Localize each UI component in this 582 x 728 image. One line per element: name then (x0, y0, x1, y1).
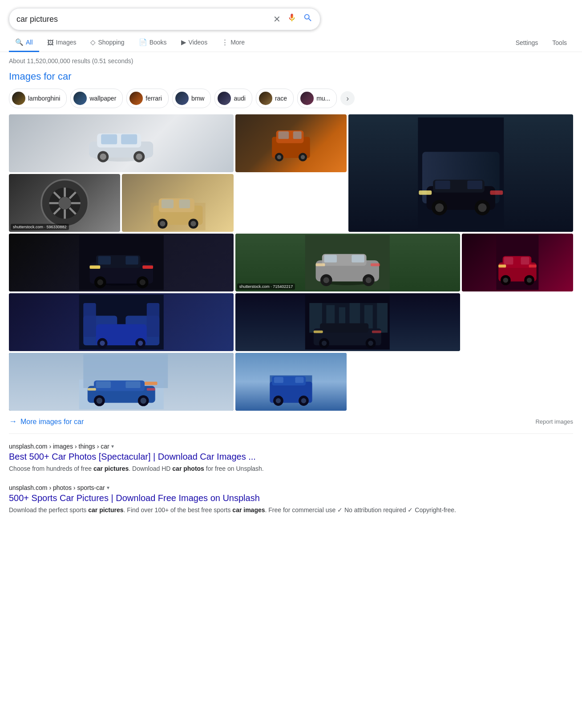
svg-rect-114 (96, 381, 110, 388)
svg-point-81 (527, 278, 532, 283)
svg-rect-4 (121, 134, 137, 144)
svg-point-79 (503, 278, 508, 283)
car-image-4[interactable]: shutterstock.com · 596330882 (9, 174, 120, 232)
svg-point-46 (160, 221, 165, 226)
section-divider (9, 433, 573, 434)
svg-rect-120 (87, 388, 96, 391)
search-bar-container: car pictures ✕ (0, 0, 582, 30)
svg-rect-77 (521, 257, 529, 265)
svg-rect-27 (419, 190, 432, 195)
svg-point-117 (96, 398, 102, 404)
svg-rect-121 (146, 388, 155, 391)
result-2-dropdown-icon[interactable]: ▾ (107, 485, 109, 491)
car-image-3[interactable] (348, 114, 573, 232)
svg-point-31 (58, 197, 71, 209)
svg-rect-60 (142, 266, 153, 269)
svg-rect-28 (490, 190, 503, 195)
svg-rect-72 (371, 263, 380, 267)
svg-point-68 (323, 277, 329, 283)
shopping-tab-icon: ◇ (90, 38, 96, 46)
result-1-dropdown-icon[interactable]: ▾ (111, 443, 114, 449)
microphone-icon[interactable] (287, 13, 297, 25)
svg-rect-22 (467, 180, 482, 189)
svg-rect-65 (324, 255, 337, 263)
chip-audi-avatar (218, 92, 231, 105)
result-2-title[interactable]: 500+ Sports Car Pictures | Download Free… (9, 492, 573, 504)
chip-race-label: race (275, 95, 287, 102)
svg-rect-54 (125, 256, 138, 265)
tab-more[interactable]: ⋮ More (215, 34, 251, 52)
chip-race[interactable]: race (256, 89, 294, 108)
car-image-11[interactable] (9, 353, 234, 411)
chip-wallpaper-label: wallpaper (89, 95, 116, 102)
svg-rect-83 (529, 265, 536, 268)
search-results: unsplash.com › images › things › car ▾ B… (0, 443, 582, 515)
result-2-url: unsplash.com › photos › sports-car ▾ (9, 484, 573, 491)
svg-rect-59 (89, 266, 100, 269)
svg-rect-126 (274, 377, 283, 383)
car-image-5[interactable] (122, 174, 233, 232)
report-images-link[interactable]: Report images (535, 418, 573, 425)
svg-point-24 (435, 203, 444, 212)
tools-tab[interactable]: Tools (546, 35, 573, 51)
chip-mu[interactable]: mu... (297, 89, 337, 108)
videos-tab-icon: ▶ (181, 38, 186, 46)
svg-point-91 (100, 341, 105, 346)
svg-point-12 (277, 155, 282, 160)
svg-point-129 (276, 398, 281, 403)
search-input[interactable]: car pictures (16, 15, 273, 24)
chip-wallpaper[interactable]: wallpaper (70, 89, 123, 108)
result-1-path: › images › things › car (49, 443, 109, 450)
chips-next-button[interactable]: › (340, 91, 355, 105)
settings-tab[interactable]: Settings (509, 35, 545, 51)
svg-point-48 (190, 221, 196, 226)
search-result-2: unsplash.com › photos › sports-car ▾ 500… (9, 484, 573, 515)
car-image-10[interactable] (235, 293, 460, 351)
chip-ferrari-avatar (129, 92, 143, 105)
car-image-7[interactable]: shutterstock.com · 715402217 (235, 234, 460, 291)
image-grid: shutterstock.com · 596330882 (9, 114, 573, 411)
svg-rect-66 (352, 255, 365, 263)
car-image-8[interactable] (462, 234, 573, 291)
chip-audi[interactable]: audi (214, 89, 252, 108)
chip-lamborghini[interactable]: lamborghini (9, 89, 67, 108)
tab-shopping[interactable]: ◇ Shopping (84, 34, 130, 52)
svg-rect-101 (377, 303, 388, 333)
car-image-2[interactable] (235, 114, 347, 172)
svg-rect-127 (295, 377, 303, 383)
tab-all[interactable]: 🔍 All (9, 34, 39, 52)
svg-rect-86 (83, 303, 96, 337)
chip-bmw[interactable]: bmw (172, 89, 211, 108)
tab-books[interactable]: 📄 Books (133, 34, 173, 52)
svg-rect-16 (293, 131, 302, 139)
tab-videos[interactable]: ▶ Videos (175, 34, 214, 52)
svg-rect-122 (145, 382, 158, 385)
chip-mu-avatar (300, 92, 314, 105)
svg-rect-15 (278, 131, 289, 139)
car-image-6[interactable] (9, 234, 234, 291)
result-2-snippet: Download the perfect sports car pictures… (9, 506, 573, 515)
result-1-url: unsplash.com › images › things › car ▾ (9, 443, 573, 450)
tab-images[interactable]: 🖼 Images (41, 34, 83, 52)
tab-all-label: All (26, 39, 33, 46)
svg-rect-43 (162, 200, 174, 209)
image-source-badge-2: shutterstock.com · 715402217 (237, 283, 295, 290)
result-1-title[interactable]: Best 500+ Car Photos [Spectacular] | Dow… (9, 451, 573, 462)
clear-icon[interactable]: ✕ (273, 14, 281, 24)
svg-point-105 (322, 341, 327, 346)
svg-point-107 (368, 341, 373, 346)
car-image-1[interactable] (9, 114, 234, 172)
search-submit-icon[interactable] (303, 13, 313, 25)
svg-rect-44 (179, 200, 190, 209)
car-image-9[interactable] (9, 293, 234, 351)
svg-rect-103 (320, 324, 368, 333)
more-images-link[interactable]: → More images for car (9, 417, 84, 426)
svg-rect-76 (504, 257, 513, 265)
chip-ferrari[interactable]: ferrari (126, 89, 169, 108)
image-source-badge: shutterstock.com · 596330882 (11, 224, 69, 230)
more-images-row: → More images for car Report images (9, 414, 573, 433)
result-1-domain: unsplash.com (9, 443, 47, 450)
car-image-12[interactable] (235, 353, 347, 411)
all-tab-icon: 🔍 (15, 38, 24, 46)
result-2-domain: unsplash.com (9, 484, 47, 491)
